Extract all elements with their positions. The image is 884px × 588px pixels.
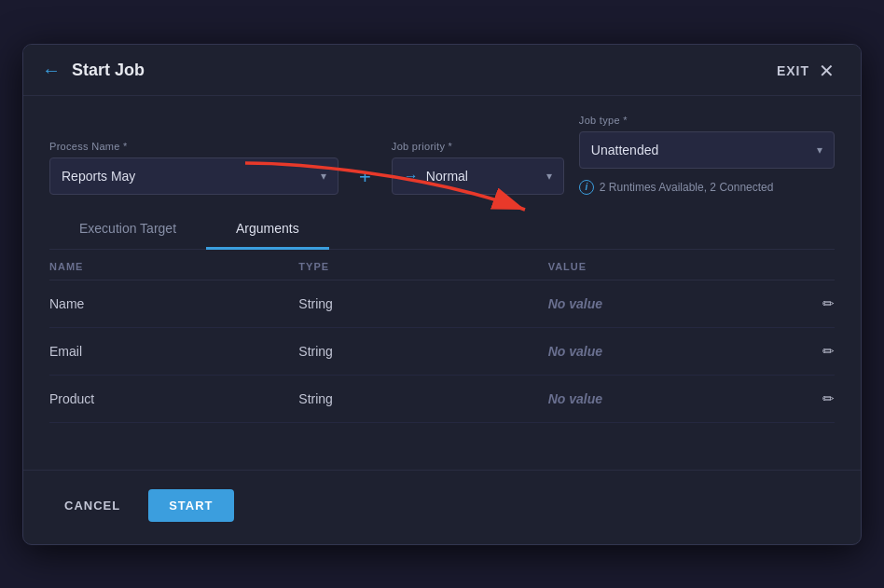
back-arrow-icon[interactable]: ←: [42, 60, 61, 81]
job-type-label: Job type *: [579, 115, 835, 126]
job-type-value: Unattended: [591, 143, 658, 157]
row-name: Email: [49, 344, 298, 359]
runtime-info: i 2 Runtimes Available, 2 Connected: [579, 180, 835, 195]
edit-row-button[interactable]: ✏: [822, 343, 835, 360]
tab-arguments[interactable]: Arguments: [206, 210, 329, 250]
header-right: EXIT ✕: [777, 60, 835, 82]
modal-container: ← Start Job EXIT ✕ Process Name * Report…: [22, 44, 862, 545]
close-icon[interactable]: ✕: [819, 60, 835, 82]
process-name-select[interactable]: Reports May ▾: [49, 157, 338, 195]
chevron-down-icon: ▾: [817, 144, 822, 157]
col-header-name: NAME: [49, 261, 298, 272]
process-name-label: Process Name *: [49, 141, 338, 152]
edit-row-button[interactable]: ✏: [822, 390, 835, 407]
row-type: String: [298, 296, 547, 311]
info-icon: i: [579, 180, 594, 195]
row-type: String: [298, 344, 547, 359]
modal-footer: CANCEL START: [23, 470, 861, 544]
job-type-group: Job type * Unattended ▾ i 2 Runtimes Ava…: [579, 115, 835, 195]
add-process-button[interactable]: +: [353, 161, 377, 193]
tabs-row: Execution Target Arguments: [49, 210, 835, 250]
col-header-value: VALUE: [548, 261, 797, 272]
start-button[interactable]: START: [148, 489, 233, 522]
chevron-down-icon: ▾: [321, 170, 326, 183]
job-priority-group: Job priority * → Normal ▾: [392, 141, 564, 195]
chevron-down-icon: ▾: [546, 170, 552, 183]
row-value: No value: [548, 296, 797, 311]
row-name: Product: [49, 391, 298, 406]
runtime-text: 2 Runtimes Available, 2 Connected: [600, 181, 774, 194]
job-priority-value: → Normal: [404, 168, 468, 185]
col-header-action: [797, 261, 835, 272]
arguments-table: NAME TYPE VALUE Name String No value ✏ E…: [49, 250, 835, 455]
cancel-button[interactable]: CANCEL: [49, 489, 135, 522]
job-priority-label: Job priority *: [392, 141, 564, 152]
process-name-group: Process Name * Reports May ▾: [49, 141, 338, 195]
job-type-select[interactable]: Unattended ▾: [579, 131, 835, 169]
modal-header: ← Start Job EXIT ✕: [23, 45, 861, 96]
exit-label: EXIT: [777, 63, 809, 78]
modal-title: Start Job: [72, 61, 145, 80]
row-value: No value: [548, 344, 797, 359]
row-type: String: [298, 391, 547, 406]
tab-execution-target[interactable]: Execution Target: [49, 210, 206, 250]
modal-body: Process Name * Reports May ▾ + Job prior…: [23, 96, 861, 455]
edit-row-button[interactable]: ✏: [822, 295, 835, 312]
col-header-type: TYPE: [298, 261, 547, 272]
form-row: Process Name * Reports May ▾ + Job prior…: [49, 115, 835, 195]
header-left: ← Start Job: [42, 60, 145, 81]
table-row: Product String No value ✏: [49, 376, 835, 423]
row-value: No value: [548, 391, 797, 406]
table-row: Name String No value ✏: [49, 280, 835, 328]
priority-arrow-icon: →: [404, 168, 419, 185]
table-header: NAME TYPE VALUE: [49, 250, 835, 280]
job-priority-select[interactable]: → Normal ▾: [392, 157, 564, 195]
process-name-value: Reports May: [62, 169, 135, 184]
table-row: Email String No value ✏: [49, 328, 835, 376]
row-name: Name: [49, 296, 298, 311]
